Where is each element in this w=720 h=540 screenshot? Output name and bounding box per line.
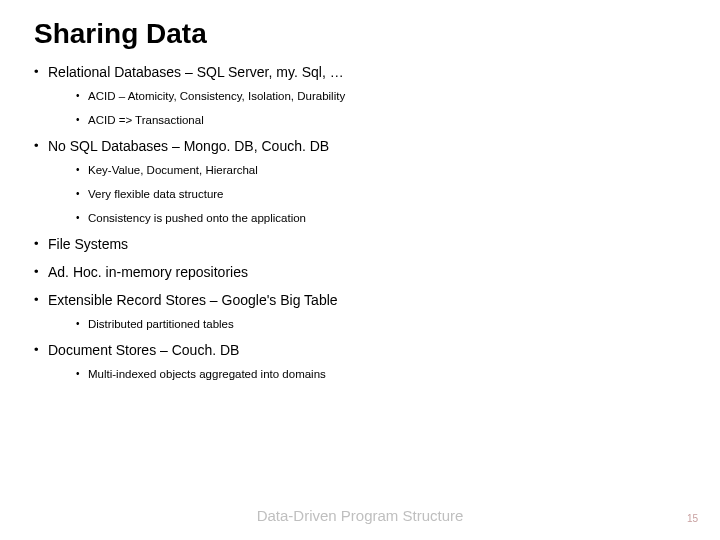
- list-item: Ad. Hoc. in-memory repositories: [34, 264, 686, 280]
- list-item: Key-Value, Document, Hierarchal: [76, 164, 686, 176]
- slide-title: Sharing Data: [34, 18, 686, 50]
- list-item: Consistency is pushed onto the applicati…: [76, 212, 686, 224]
- list-item: Distributed partitioned tables: [76, 318, 686, 330]
- list-item: ACID => Transactional: [76, 114, 686, 126]
- list-item: ACID – Atomicity, Consistency, Isolation…: [76, 90, 686, 102]
- list-item: Document Stores – Couch. DB Multi-indexe…: [34, 342, 686, 380]
- list-item: File Systems: [34, 236, 686, 252]
- list-item: Extensible Record Stores – Google's Big …: [34, 292, 686, 330]
- list-item-text: Relational Databases – SQL Server, my. S…: [48, 64, 344, 80]
- list-item-text: File Systems: [48, 236, 128, 252]
- list-item-text: Document Stores – Couch. DB: [48, 342, 239, 358]
- list-item: Relational Databases – SQL Server, my. S…: [34, 64, 686, 126]
- sublist: ACID – Atomicity, Consistency, Isolation…: [48, 90, 686, 126]
- sublist: Key-Value, Document, Hierarchal Very fle…: [48, 164, 686, 224]
- footer-title: Data-Driven Program Structure: [0, 507, 720, 524]
- bullet-list: Relational Databases – SQL Server, my. S…: [34, 64, 686, 380]
- list-item: Very flexible data structure: [76, 188, 686, 200]
- page-number: 15: [687, 513, 698, 524]
- list-item-text: Ad. Hoc. in-memory repositories: [48, 264, 248, 280]
- sublist: Multi-indexed objects aggregated into do…: [48, 368, 686, 380]
- list-item: Multi-indexed objects aggregated into do…: [76, 368, 686, 380]
- list-item-text: Extensible Record Stores – Google's Big …: [48, 292, 338, 308]
- list-item: No SQL Databases – Mongo. DB, Couch. DB …: [34, 138, 686, 224]
- sublist: Distributed partitioned tables: [48, 318, 686, 330]
- list-item-text: No SQL Databases – Mongo. DB, Couch. DB: [48, 138, 329, 154]
